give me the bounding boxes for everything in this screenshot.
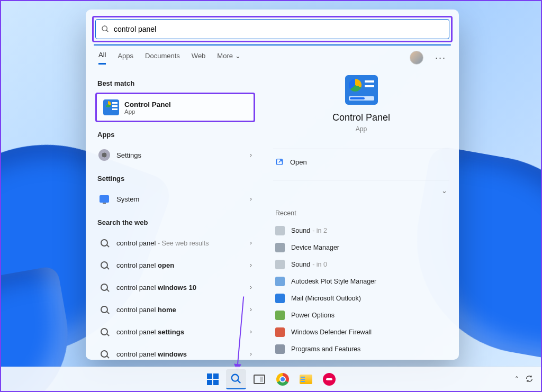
user-avatar[interactable] [410, 51, 423, 65]
task-view-button[interactable] [249, 369, 269, 389]
section-apps: Apps [97, 131, 255, 139]
chevron-right-icon: › [250, 151, 252, 159]
start-search-window: All Apps Documents Web More ⌄ ··· Best m… [86, 10, 459, 360]
web-result[interactable]: control panel windows 10› [95, 276, 255, 298]
preview-sub: App [273, 125, 449, 133]
recent-item[interactable]: Programs and Features [273, 341, 449, 358]
search-icon [230, 373, 242, 385]
chevron-right-icon: › [250, 261, 252, 269]
chevron-right-icon: › [250, 284, 252, 291]
search-box-highlight [92, 16, 453, 42]
web-result[interactable]: control panel - See web results› [95, 232, 255, 254]
web-result[interactable]: control panel home› [95, 298, 255, 321]
search-icon [98, 304, 110, 315]
control-panel-icon [103, 99, 119, 115]
web-result[interactable]: control panel windows› [95, 343, 255, 360]
section-web: Search the web [97, 218, 255, 226]
results-list: Best match Control Panel App Apps Settin… [86, 65, 260, 360]
search-icon [98, 281, 110, 293]
result-system[interactable]: System › [95, 188, 255, 210]
app-icon [275, 260, 285, 269]
control-panel-icon-large [345, 75, 378, 105]
gear-icon [98, 149, 110, 161]
tab-web[interactable]: Web [192, 52, 206, 64]
chevron-right-icon: › [250, 306, 252, 313]
start-button[interactable] [203, 369, 223, 389]
best-match-sub: App [124, 108, 171, 115]
svg-point-0 [102, 26, 107, 31]
chevron-down-icon: ⌄ [235, 52, 241, 60]
app-icon [275, 226, 285, 235]
app-icon [275, 243, 285, 252]
search-box[interactable] [95, 19, 449, 39]
tab-documents[interactable]: Documents [145, 52, 180, 64]
options-button[interactable]: ··· [435, 52, 446, 63]
app-icon [275, 294, 285, 303]
section-settings: Settings [97, 175, 255, 183]
sync-icon[interactable] [525, 375, 534, 383]
preview-pane: Control Panel App Open ⌄ Recent Sound - … [260, 65, 459, 360]
file-explorer-button[interactable] [296, 369, 316, 389]
open-icon [275, 158, 284, 166]
chevron-right-icon: › [250, 350, 252, 358]
recent-item[interactable]: Windows Defender Firewall [273, 324, 449, 341]
app-icon [275, 344, 285, 354]
svg-line-1 [106, 30, 108, 32]
chevron-right-icon: › [250, 195, 252, 203]
search-icon [101, 25, 110, 33]
chrome-button[interactable] [273, 369, 293, 389]
open-button[interactable]: Open [273, 149, 449, 175]
recent-item[interactable]: Network and Sharing Center [273, 358, 449, 360]
tab-apps[interactable]: Apps [118, 52, 133, 64]
app-icon [275, 327, 285, 337]
search-icon [98, 348, 110, 360]
search-icon [98, 237, 110, 249]
app-icon [275, 277, 285, 286]
monitor-icon [98, 193, 110, 205]
app-button[interactable] [319, 369, 339, 389]
recent-item[interactable]: Autodesk Plot Style Manager [273, 273, 449, 290]
recent-item[interactable]: Sound - in 0 [273, 256, 449, 273]
preview-title: Control Panel [273, 112, 449, 123]
chevron-right-icon: › [250, 328, 252, 335]
search-icon [98, 326, 110, 338]
section-best-match: Best match [97, 79, 255, 87]
recent-item[interactable]: Power Options [273, 307, 449, 324]
system-tray[interactable]: ˄ [515, 367, 534, 391]
taskbar: ˄ [1, 367, 541, 391]
chevron-up-icon[interactable]: ˄ [515, 375, 519, 383]
best-match-highlight: Control Panel App [95, 93, 255, 122]
web-result[interactable]: control panel open› [95, 254, 255, 276]
recent-label: Recent [275, 209, 449, 217]
recent-item[interactable]: Mail (Microsoft Outlook) [273, 290, 449, 307]
search-icon [98, 259, 110, 271]
result-control-panel[interactable]: Control Panel App [97, 94, 254, 121]
tab-all[interactable]: All [98, 51, 106, 65]
result-settings[interactable]: Settings › [95, 144, 255, 166]
app-icon [275, 311, 285, 320]
filter-tabs: All Apps Documents Web More ⌄ ··· [86, 45, 459, 65]
web-result[interactable]: control panel settings› [95, 321, 255, 343]
tab-more[interactable]: More ⌄ [217, 52, 240, 64]
search-input[interactable] [114, 25, 444, 33]
recent-item[interactable]: Sound - in 2 [273, 222, 449, 239]
best-match-title: Control Panel [124, 101, 171, 108]
expand-button[interactable]: ⌄ [273, 180, 449, 201]
taskbar-search-button[interactable] [226, 369, 246, 389]
chevron-right-icon: › [250, 239, 252, 247]
svg-point-3 [232, 374, 239, 381]
svg-line-4 [238, 380, 241, 383]
recent-item[interactable]: Device Manager [273, 239, 449, 256]
